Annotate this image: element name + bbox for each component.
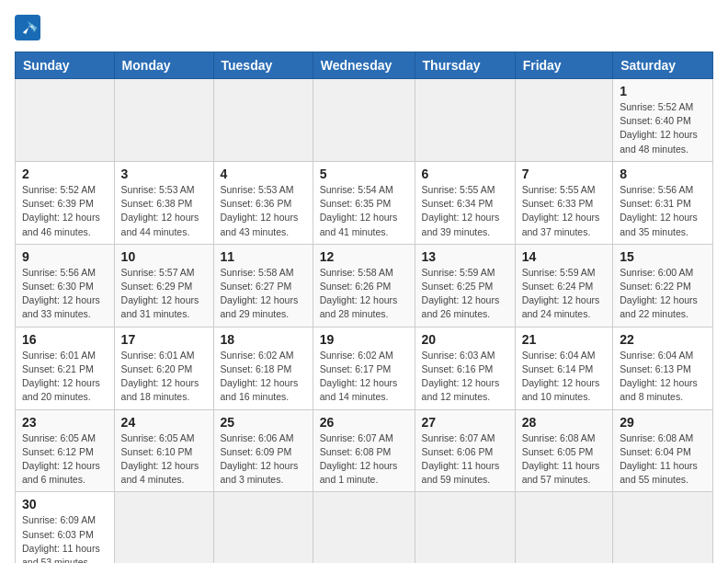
logo-icon [15,15,40,40]
day-detail: Sunrise: 6:04 AMSunset: 6:14 PMDaylight:… [522,349,607,405]
calendar-cell: 6Sunrise: 5:55 AMSunset: 6:34 PMDaylight… [415,161,515,244]
calendar-cell: 24Sunrise: 6:05 AMSunset: 6:10 PMDayligh… [114,409,213,492]
calendar-week-row: 16Sunrise: 6:01 AMSunset: 6:21 PMDayligh… [16,327,713,409]
weekday-header: Monday [114,52,213,79]
day-detail: Sunrise: 6:03 AMSunset: 6:16 PMDaylight:… [422,349,508,405]
day-number: 14 [522,249,607,264]
day-number: 20 [422,332,508,347]
day-detail: Sunrise: 6:05 AMSunset: 6:12 PMDaylight:… [22,431,108,488]
calendar-cell: 17Sunrise: 6:01 AMSunset: 6:20 PMDayligh… [114,327,213,409]
day-detail: Sunrise: 5:53 AMSunset: 6:38 PMDaylight:… [121,183,207,239]
day-number: 15 [620,249,706,264]
day-detail: Sunrise: 5:58 AMSunset: 6:27 PMDaylight:… [221,266,306,322]
day-number: 24 [121,415,207,430]
calendar-cell [114,492,213,563]
calendar-cell [515,492,613,563]
logo [15,15,42,40]
calendar-cell: 15Sunrise: 6:00 AMSunset: 6:22 PMDayligh… [613,244,713,327]
calendar-table: SundayMondayTuesdayWednesdayThursdayFrid… [15,52,713,563]
day-number: 3 [121,167,207,181]
day-detail: Sunrise: 5:56 AMSunset: 6:30 PMDaylight:… [22,266,108,322]
calendar-cell: 27Sunrise: 6:07 AMSunset: 6:06 PMDayligh… [415,409,515,492]
day-number: 27 [422,415,508,430]
day-detail: Sunrise: 6:01 AMSunset: 6:20 PMDaylight:… [121,349,207,405]
weekday-header: Thursday [415,52,515,79]
calendar-cell: 12Sunrise: 5:58 AMSunset: 6:26 PMDayligh… [313,244,415,327]
calendar-cell: 4Sunrise: 5:53 AMSunset: 6:36 PMDaylight… [213,161,313,244]
day-number: 10 [121,249,207,264]
calendar-cell: 21Sunrise: 6:04 AMSunset: 6:14 PMDayligh… [515,327,613,409]
day-detail: Sunrise: 5:52 AMSunset: 6:39 PMDaylight:… [22,183,108,239]
day-number: 25 [221,415,306,430]
day-detail: Sunrise: 6:05 AMSunset: 6:10 PMDaylight:… [121,431,207,488]
calendar-cell: 14Sunrise: 5:59 AMSunset: 6:24 PMDayligh… [515,244,613,327]
calendar-cell: 26Sunrise: 6:07 AMSunset: 6:08 PMDayligh… [313,409,415,492]
calendar-cell: 9Sunrise: 5:56 AMSunset: 6:30 PMDaylight… [16,244,115,327]
day-number: 28 [522,415,607,430]
weekday-header: Sunday [16,52,115,79]
calendar-cell: 18Sunrise: 6:02 AMSunset: 6:18 PMDayligh… [213,327,313,409]
calendar-cell: 3Sunrise: 5:53 AMSunset: 6:38 PMDaylight… [114,161,213,244]
day-number: 18 [221,332,306,347]
day-detail: Sunrise: 6:09 AMSunset: 6:03 PMDaylight:… [22,513,108,563]
day-number: 7 [522,167,607,181]
calendar-cell: 16Sunrise: 6:01 AMSunset: 6:21 PMDayligh… [16,327,115,409]
day-number: 2 [22,167,108,181]
calendar-cell [415,79,515,162]
calendar-cell: 11Sunrise: 5:58 AMSunset: 6:27 PMDayligh… [213,244,313,327]
calendar-cell: 29Sunrise: 6:08 AMSunset: 6:04 PMDayligh… [613,409,713,492]
day-detail: Sunrise: 6:04 AMSunset: 6:13 PMDaylight:… [620,349,706,405]
calendar-week-row: 2Sunrise: 5:52 AMSunset: 6:39 PMDaylight… [16,161,713,244]
weekday-header: Wednesday [313,52,415,79]
day-detail: Sunrise: 5:53 AMSunset: 6:36 PMDaylight:… [221,183,306,239]
day-detail: Sunrise: 5:59 AMSunset: 6:24 PMDaylight:… [522,266,607,322]
day-number: 19 [320,332,408,347]
day-detail: Sunrise: 5:55 AMSunset: 6:33 PMDaylight:… [522,183,607,239]
calendar-cell [515,79,613,162]
calendar-cell: 19Sunrise: 6:02 AMSunset: 6:17 PMDayligh… [313,327,415,409]
day-number: 11 [221,249,306,264]
day-number: 1 [620,84,706,98]
weekday-header: Saturday [613,52,713,79]
day-detail: Sunrise: 6:06 AMSunset: 6:09 PMDaylight:… [221,431,306,488]
day-detail: Sunrise: 5:54 AMSunset: 6:35 PMDaylight:… [320,183,408,239]
weekday-header: Friday [515,52,613,79]
day-detail: Sunrise: 5:57 AMSunset: 6:29 PMDaylight:… [121,266,207,322]
day-detail: Sunrise: 5:55 AMSunset: 6:34 PMDaylight:… [422,183,508,239]
day-detail: Sunrise: 6:02 AMSunset: 6:18 PMDaylight:… [221,349,306,405]
day-number: 4 [221,167,306,181]
calendar-cell: 2Sunrise: 5:52 AMSunset: 6:39 PMDaylight… [16,161,115,244]
calendar-cell [415,492,515,563]
calendar-cell: 22Sunrise: 6:04 AMSunset: 6:13 PMDayligh… [613,327,713,409]
weekday-row: SundayMondayTuesdayWednesdayThursdayFrid… [16,52,713,79]
calendar-cell: 20Sunrise: 6:03 AMSunset: 6:16 PMDayligh… [415,327,515,409]
calendar-cell [313,492,415,563]
calendar-cell [213,492,313,563]
day-number: 5 [320,167,408,181]
calendar-cell: 1Sunrise: 5:52 AMSunset: 6:40 PMDaylight… [613,79,713,162]
day-detail: Sunrise: 6:07 AMSunset: 6:08 PMDaylight:… [320,431,408,488]
day-number: 29 [620,415,706,430]
calendar-cell: 23Sunrise: 6:05 AMSunset: 6:12 PMDayligh… [16,409,115,492]
day-number: 26 [320,415,408,430]
calendar-cell: 10Sunrise: 5:57 AMSunset: 6:29 PMDayligh… [114,244,213,327]
calendar-cell [16,79,115,162]
day-number: 30 [22,497,108,511]
calendar-cell [613,492,713,563]
calendar-week-row: 30Sunrise: 6:09 AMSunset: 6:03 PMDayligh… [16,492,713,563]
day-number: 6 [422,167,508,181]
day-detail: Sunrise: 6:02 AMSunset: 6:17 PMDaylight:… [320,349,408,405]
day-number: 16 [22,332,108,347]
calendar-week-row: 9Sunrise: 5:56 AMSunset: 6:30 PMDaylight… [16,244,713,327]
calendar-cell: 5Sunrise: 5:54 AMSunset: 6:35 PMDaylight… [313,161,415,244]
day-detail: Sunrise: 6:07 AMSunset: 6:06 PMDaylight:… [422,431,508,488]
day-number: 12 [320,249,408,264]
day-detail: Sunrise: 5:59 AMSunset: 6:25 PMDaylight:… [422,266,508,322]
calendar-cell: 13Sunrise: 5:59 AMSunset: 6:25 PMDayligh… [415,244,515,327]
day-number: 23 [22,415,108,430]
calendar-cell: 25Sunrise: 6:06 AMSunset: 6:09 PMDayligh… [213,409,313,492]
day-detail: Sunrise: 5:56 AMSunset: 6:31 PMDaylight:… [620,183,706,239]
day-detail: Sunrise: 5:58 AMSunset: 6:26 PMDaylight:… [320,266,408,322]
calendar-body: 1Sunrise: 5:52 AMSunset: 6:40 PMDaylight… [16,79,713,564]
calendar-cell: 30Sunrise: 6:09 AMSunset: 6:03 PMDayligh… [16,492,115,563]
